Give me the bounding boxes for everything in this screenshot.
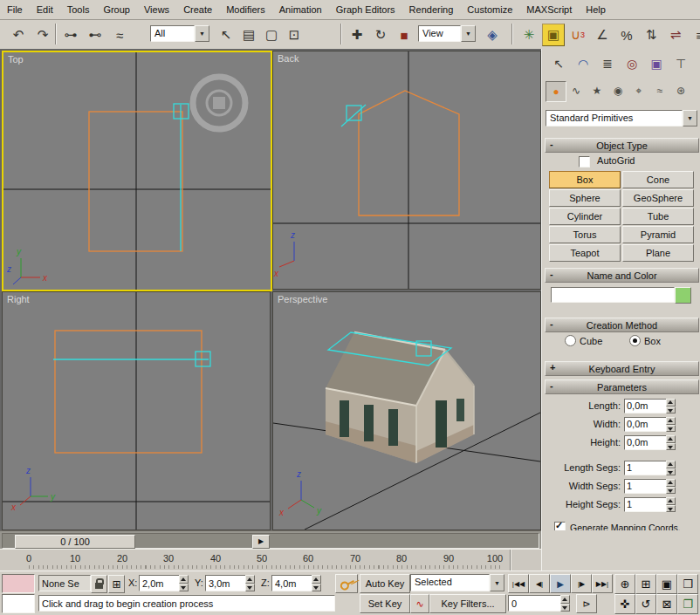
length-spinner[interactable]	[666, 399, 676, 413]
rectangular-selection-region-icon[interactable]: ▢	[260, 24, 283, 46]
selection-name-field[interactable]: None Se	[38, 575, 91, 591]
rollout-collapse-icon[interactable]: -	[550, 139, 553, 149]
pan-button[interactable]: ✜	[614, 594, 635, 614]
keyboard-override-icon[interactable]: ✳	[518, 24, 540, 46]
viewport-back[interactable]: Back z x	[272, 51, 541, 290]
object-name-input[interactable]	[551, 287, 675, 303]
helpers-subtab[interactable]: ⌖	[629, 81, 649, 100]
zoom-button[interactable]: ⊕	[614, 574, 635, 594]
spacewarps-subtab[interactable]: ≈	[650, 81, 669, 100]
length-field[interactable]: 0,0m	[624, 399, 669, 413]
spinner-snap-icon[interactable]: ⇅	[640, 24, 662, 46]
select-and-rotate-icon[interactable]: ↻	[369, 24, 392, 46]
viewport-label[interactable]: Top	[8, 54, 24, 65]
rollout-creation-method[interactable]: - Creation Method	[545, 318, 699, 332]
rollout-expand-icon[interactable]: +	[550, 362, 555, 372]
next-frame-arrow[interactable]: ▶	[252, 535, 270, 549]
width-spinner[interactable]	[666, 417, 676, 432]
height-segs-spinner[interactable]	[666, 497, 676, 512]
width-segs-spinner[interactable]	[666, 479, 676, 494]
set-key-button[interactable]: Set Key	[360, 594, 410, 613]
primitive-cylinder-button[interactable]: Cylinder	[549, 208, 621, 225]
coord-y-field[interactable]: 3,0m	[205, 575, 249, 591]
primitive-tube-button[interactable]: Tube	[622, 208, 694, 225]
lights-subtab[interactable]: ★	[587, 81, 607, 100]
cameras-subtab[interactable]: ◉	[608, 81, 628, 100]
menu-modifiers[interactable]: Modifiers	[219, 1, 272, 19]
zoom-extents-button[interactable]: ▣	[656, 574, 677, 594]
menu-create[interactable]: Create	[176, 1, 219, 19]
select-and-scale-icon[interactable]: ■	[393, 24, 415, 46]
rollout-name-color[interactable]: - Name and Color	[545, 268, 699, 283]
width-field[interactable]: 0,0m	[624, 417, 669, 432]
select-and-move-icon[interactable]: ✚	[346, 24, 368, 46]
create-tab[interactable]: ↖	[548, 53, 569, 74]
creation-method-box-radio[interactable]: Box	[629, 335, 661, 346]
coord-y-spinner[interactable]	[245, 575, 255, 591]
align-icon[interactable]: ≡	[689, 24, 700, 46]
menu-animation[interactable]: Animation	[272, 1, 329, 19]
primitive-geosphere-button[interactable]: GeoSphere	[622, 189, 694, 207]
chevron-down-icon[interactable]: ▼	[683, 110, 697, 126]
select-object-icon[interactable]: ↖	[215, 24, 237, 46]
select-and-manipulate-icon[interactable]: ◈	[481, 24, 504, 46]
next-frame-button[interactable]: |▶	[571, 574, 592, 593]
snap-magnet-icon[interactable]: ∪3	[566, 24, 589, 46]
menu-tools[interactable]: Tools	[60, 1, 97, 19]
creation-method-cube-radio[interactable]: Cube	[565, 335, 602, 346]
object-color-swatch[interactable]	[675, 287, 691, 304]
selection-filter-dropdown[interactable]: All ▼	[150, 25, 209, 42]
rollout-collapse-icon[interactable]: -	[550, 380, 553, 391]
region-zoom-button[interactable]: ⊠	[656, 594, 677, 614]
unlink-selection-icon[interactable]: ⊷	[84, 24, 106, 46]
primitive-box-button[interactable]: Box	[549, 171, 621, 188]
primitive-plane-button[interactable]: Plane	[622, 244, 694, 262]
maxscript-mini-listener-white[interactable]	[2, 594, 35, 613]
menu-group[interactable]: Group	[96, 1, 137, 19]
go-to-start-button[interactable]: |◀◀	[508, 574, 529, 593]
go-to-end-button[interactable]: ▶▶|	[592, 574, 613, 593]
chevron-down-icon[interactable]: ▼	[490, 574, 504, 591]
autogrid-checkbox[interactable]	[579, 156, 590, 167]
time-slider-track[interactable]: 0 / 100 ▶	[2, 533, 539, 549]
viewport-perspective[interactable]: Perspective	[272, 291, 541, 530]
height-field[interactable]: 0,0m	[624, 435, 669, 450]
select-by-name-icon[interactable]: ▤	[237, 24, 260, 46]
menu-help[interactable]: Help	[579, 1, 613, 19]
viewport-label[interactable]: Back	[278, 53, 299, 64]
rollout-object-type[interactable]: - Object Type	[545, 138, 699, 153]
viewport-right[interactable]: Right z y x	[2, 291, 271, 530]
maxscript-mini-listener-pink[interactable]	[2, 574, 35, 593]
display-tab[interactable]: ▣	[646, 53, 667, 74]
category-dropdown[interactable]: Standard Primitives ▼	[546, 110, 697, 126]
key-filters-button[interactable]: Key Filters...	[429, 594, 506, 613]
rollout-parameters[interactable]: - Parameters	[545, 379, 699, 394]
zoom-extents-all-button[interactable]: ❒	[677, 574, 698, 594]
coord-x-spinner[interactable]	[179, 575, 189, 591]
coord-x-field[interactable]: 2,0m	[139, 575, 182, 591]
snaps-toggle-icon[interactable]: ▣	[542, 24, 565, 46]
width-segs-field[interactable]: 1	[624, 479, 669, 494]
motion-tab[interactable]: ◎	[621, 53, 642, 74]
set-key-mode-button[interactable]	[335, 574, 358, 593]
selection-lock-button[interactable]	[91, 575, 107, 593]
coord-z-field[interactable]: 4,0m	[271, 575, 315, 591]
current-frame-spinner[interactable]	[560, 595, 570, 612]
length-segs-spinner[interactable]	[666, 461, 676, 475]
chevron-down-icon[interactable]: ▼	[195, 25, 209, 42]
default-tangent-button[interactable]: ∿	[410, 594, 429, 613]
primitive-torus-button[interactable]: Torus	[549, 226, 621, 243]
shapes-subtab[interactable]: ∿	[566, 81, 586, 100]
absolute-mode-button[interactable]: ⊞	[108, 575, 125, 593]
viewport-label[interactable]: Perspective	[278, 294, 327, 304]
rollout-keyboard-entry[interactable]: + Keyboard Entry	[545, 361, 699, 376]
menu-maxscript[interactable]: MAXScript	[519, 1, 579, 19]
key-mode-dropdown[interactable]: Selected ▼	[410, 574, 504, 591]
menu-views[interactable]: Views	[137, 1, 176, 19]
viewport-label[interactable]: Right	[7, 294, 30, 304]
rollout-collapse-icon[interactable]: -	[550, 269, 553, 279]
geometry-subtab[interactable]: ●	[546, 81, 566, 102]
systems-subtab[interactable]: ⊛	[671, 81, 690, 100]
primitive-pyramid-button[interactable]: Pyramid	[622, 226, 694, 243]
primitive-teapot-button[interactable]: Teapot	[549, 244, 621, 262]
